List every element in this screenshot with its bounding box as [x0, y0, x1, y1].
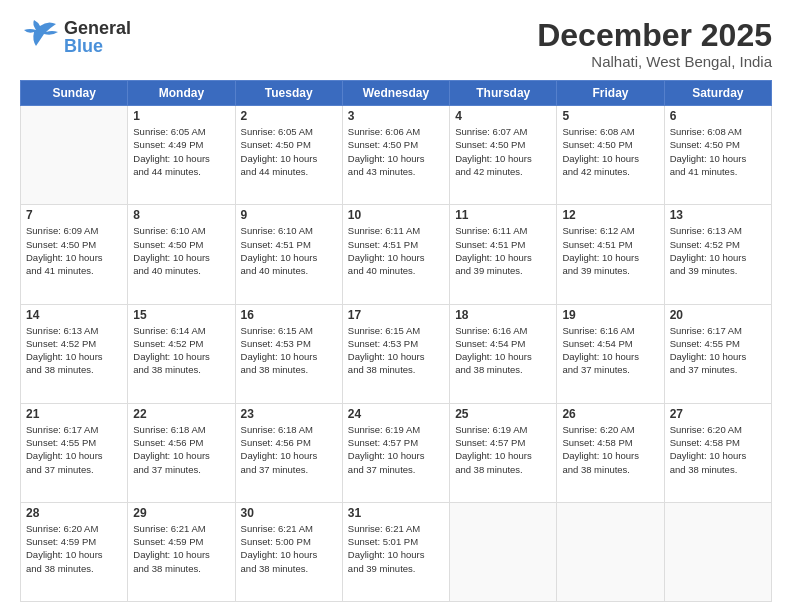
table-row: 5Sunrise: 6:08 AM Sunset: 4:50 PM Daylig…: [557, 106, 664, 205]
day-info: Sunrise: 6:10 AM Sunset: 4:51 PM Dayligh…: [241, 224, 337, 277]
day-info: Sunrise: 6:20 AM Sunset: 4:59 PM Dayligh…: [26, 522, 122, 575]
day-number: 25: [455, 407, 551, 421]
table-row: 17Sunrise: 6:15 AM Sunset: 4:53 PM Dayli…: [342, 304, 449, 403]
day-info: Sunrise: 6:20 AM Sunset: 4:58 PM Dayligh…: [670, 423, 766, 476]
calendar-week-5: 28Sunrise: 6:20 AM Sunset: 4:59 PM Dayli…: [21, 502, 772, 601]
day-number: 29: [133, 506, 229, 520]
table-row: 26Sunrise: 6:20 AM Sunset: 4:58 PM Dayli…: [557, 403, 664, 502]
day-info: Sunrise: 6:11 AM Sunset: 4:51 PM Dayligh…: [348, 224, 444, 277]
day-number: 15: [133, 308, 229, 322]
day-number: 31: [348, 506, 444, 520]
day-info: Sunrise: 6:16 AM Sunset: 4:54 PM Dayligh…: [562, 324, 658, 377]
table-row: 12Sunrise: 6:12 AM Sunset: 4:51 PM Dayli…: [557, 205, 664, 304]
table-row: 3Sunrise: 6:06 AM Sunset: 4:50 PM Daylig…: [342, 106, 449, 205]
day-number: 4: [455, 109, 551, 123]
day-number: 23: [241, 407, 337, 421]
table-row: 29Sunrise: 6:21 AM Sunset: 4:59 PM Dayli…: [128, 502, 235, 601]
day-info: Sunrise: 6:19 AM Sunset: 4:57 PM Dayligh…: [348, 423, 444, 476]
day-number: 8: [133, 208, 229, 222]
day-number: 20: [670, 308, 766, 322]
col-thursday: Thursday: [450, 81, 557, 106]
day-info: Sunrise: 6:12 AM Sunset: 4:51 PM Dayligh…: [562, 224, 658, 277]
day-info: Sunrise: 6:17 AM Sunset: 4:55 PM Dayligh…: [26, 423, 122, 476]
day-number: 22: [133, 407, 229, 421]
day-info: Sunrise: 6:15 AM Sunset: 4:53 PM Dayligh…: [241, 324, 337, 377]
day-number: 17: [348, 308, 444, 322]
day-number: 19: [562, 308, 658, 322]
title-area: December 2025 Nalhati, West Bengal, Indi…: [537, 18, 772, 70]
table-row: 11Sunrise: 6:11 AM Sunset: 4:51 PM Dayli…: [450, 205, 557, 304]
table-row: 6Sunrise: 6:08 AM Sunset: 4:50 PM Daylig…: [664, 106, 771, 205]
table-row: 2Sunrise: 6:05 AM Sunset: 4:50 PM Daylig…: [235, 106, 342, 205]
table-row: 16Sunrise: 6:15 AM Sunset: 4:53 PM Dayli…: [235, 304, 342, 403]
day-info: Sunrise: 6:08 AM Sunset: 4:50 PM Dayligh…: [670, 125, 766, 178]
logo-text-blue: Blue: [64, 37, 131, 55]
day-number: 21: [26, 407, 122, 421]
table-row: 4Sunrise: 6:07 AM Sunset: 4:50 PM Daylig…: [450, 106, 557, 205]
table-row: 31Sunrise: 6:21 AM Sunset: 5:01 PM Dayli…: [342, 502, 449, 601]
table-row: 27Sunrise: 6:20 AM Sunset: 4:58 PM Dayli…: [664, 403, 771, 502]
day-info: Sunrise: 6:15 AM Sunset: 4:53 PM Dayligh…: [348, 324, 444, 377]
col-friday: Friday: [557, 81, 664, 106]
day-info: Sunrise: 6:13 AM Sunset: 4:52 PM Dayligh…: [670, 224, 766, 277]
page: General Blue December 2025 Nalhati, West…: [0, 0, 792, 612]
day-number: 12: [562, 208, 658, 222]
day-number: 9: [241, 208, 337, 222]
day-info: Sunrise: 6:21 AM Sunset: 5:01 PM Dayligh…: [348, 522, 444, 575]
day-number: 10: [348, 208, 444, 222]
calendar-week-4: 21Sunrise: 6:17 AM Sunset: 4:55 PM Dayli…: [21, 403, 772, 502]
day-info: Sunrise: 6:16 AM Sunset: 4:54 PM Dayligh…: [455, 324, 551, 377]
day-info: Sunrise: 6:21 AM Sunset: 4:59 PM Dayligh…: [133, 522, 229, 575]
table-row: 22Sunrise: 6:18 AM Sunset: 4:56 PM Dayli…: [128, 403, 235, 502]
day-number: 28: [26, 506, 122, 520]
day-info: Sunrise: 6:18 AM Sunset: 4:56 PM Dayligh…: [241, 423, 337, 476]
day-number: 16: [241, 308, 337, 322]
day-number: 2: [241, 109, 337, 123]
table-row: [450, 502, 557, 601]
col-tuesday: Tuesday: [235, 81, 342, 106]
table-row: 23Sunrise: 6:18 AM Sunset: 4:56 PM Dayli…: [235, 403, 342, 502]
day-info: Sunrise: 6:05 AM Sunset: 4:49 PM Dayligh…: [133, 125, 229, 178]
table-row: 21Sunrise: 6:17 AM Sunset: 4:55 PM Dayli…: [21, 403, 128, 502]
day-info: Sunrise: 6:10 AM Sunset: 4:50 PM Dayligh…: [133, 224, 229, 277]
day-number: 24: [348, 407, 444, 421]
table-row: 10Sunrise: 6:11 AM Sunset: 4:51 PM Dayli…: [342, 205, 449, 304]
day-info: Sunrise: 6:14 AM Sunset: 4:52 PM Dayligh…: [133, 324, 229, 377]
day-number: 13: [670, 208, 766, 222]
day-info: Sunrise: 6:20 AM Sunset: 4:58 PM Dayligh…: [562, 423, 658, 476]
location-subtitle: Nalhati, West Bengal, India: [537, 53, 772, 70]
header: General Blue December 2025 Nalhati, West…: [20, 18, 772, 70]
day-number: 6: [670, 109, 766, 123]
calendar-week-1: 1Sunrise: 6:05 AM Sunset: 4:49 PM Daylig…: [21, 106, 772, 205]
header-row: Sunday Monday Tuesday Wednesday Thursday…: [21, 81, 772, 106]
logo: General Blue: [20, 18, 131, 56]
day-info: Sunrise: 6:11 AM Sunset: 4:51 PM Dayligh…: [455, 224, 551, 277]
day-info: Sunrise: 6:17 AM Sunset: 4:55 PM Dayligh…: [670, 324, 766, 377]
table-row: 1Sunrise: 6:05 AM Sunset: 4:49 PM Daylig…: [128, 106, 235, 205]
month-title: December 2025: [537, 18, 772, 53]
table-row: [664, 502, 771, 601]
day-info: Sunrise: 6:05 AM Sunset: 4:50 PM Dayligh…: [241, 125, 337, 178]
day-info: Sunrise: 6:19 AM Sunset: 4:57 PM Dayligh…: [455, 423, 551, 476]
calendar-week-3: 14Sunrise: 6:13 AM Sunset: 4:52 PM Dayli…: [21, 304, 772, 403]
col-monday: Monday: [128, 81, 235, 106]
table-row: 19Sunrise: 6:16 AM Sunset: 4:54 PM Dayli…: [557, 304, 664, 403]
day-number: 11: [455, 208, 551, 222]
col-sunday: Sunday: [21, 81, 128, 106]
logo-text-general: General: [64, 19, 131, 37]
day-number: 3: [348, 109, 444, 123]
day-info: Sunrise: 6:13 AM Sunset: 4:52 PM Dayligh…: [26, 324, 122, 377]
day-number: 30: [241, 506, 337, 520]
calendar-table: Sunday Monday Tuesday Wednesday Thursday…: [20, 80, 772, 602]
col-saturday: Saturday: [664, 81, 771, 106]
day-info: Sunrise: 6:07 AM Sunset: 4:50 PM Dayligh…: [455, 125, 551, 178]
day-number: 26: [562, 407, 658, 421]
table-row: 15Sunrise: 6:14 AM Sunset: 4:52 PM Dayli…: [128, 304, 235, 403]
table-row: 28Sunrise: 6:20 AM Sunset: 4:59 PM Dayli…: [21, 502, 128, 601]
table-row: 13Sunrise: 6:13 AM Sunset: 4:52 PM Dayli…: [664, 205, 771, 304]
day-number: 27: [670, 407, 766, 421]
day-number: 1: [133, 109, 229, 123]
table-row: [21, 106, 128, 205]
day-info: Sunrise: 6:21 AM Sunset: 5:00 PM Dayligh…: [241, 522, 337, 575]
day-info: Sunrise: 6:18 AM Sunset: 4:56 PM Dayligh…: [133, 423, 229, 476]
